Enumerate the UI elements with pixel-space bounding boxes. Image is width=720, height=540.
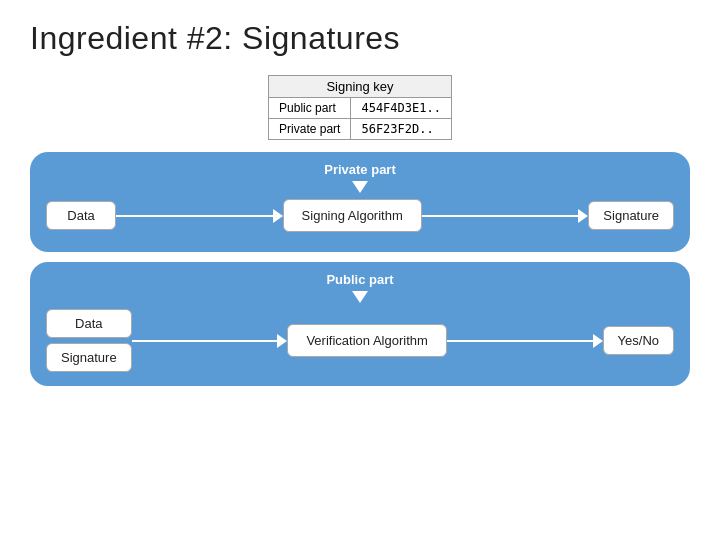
verification-row: Data Signature Verification Algorithm Ye… (46, 309, 674, 372)
arrow-line (422, 215, 579, 217)
public-part-value: 454F4D3E1.. (351, 98, 451, 119)
signing-key-table: Signing key Public part 454F4D3E1.. Priv… (268, 75, 452, 140)
verification-section: Public part Data Signature Verification … (30, 262, 690, 386)
verification-arrow-right (132, 334, 288, 348)
arrow-head (593, 334, 603, 348)
signing-algorithm: Signing Algorithm (283, 199, 422, 232)
signing-arrow-right (116, 209, 283, 223)
signing-input: Data (46, 201, 116, 230)
table-row: Public part 454F4D3E1.. (269, 98, 452, 119)
page-title: Ingredient #2: Signatures (30, 20, 690, 57)
public-part-label: Public part (269, 98, 351, 119)
arrow-head (277, 334, 287, 348)
signing-output: Signature (588, 201, 674, 230)
signing-section-label: Private part (46, 162, 674, 177)
arrow-line (447, 340, 593, 342)
verification-section-label: Public part (46, 272, 674, 287)
signing-row: Data Signing Algorithm Signature (46, 199, 674, 232)
signing-arrow-down (46, 181, 674, 193)
arrow-line (132, 340, 278, 342)
arrow-head (273, 209, 283, 223)
private-part-value: 56F23F2D.. (351, 119, 451, 140)
page: Ingredient #2: Signatures Signing key Pu… (0, 0, 720, 540)
verification-inputs: Data Signature (46, 309, 132, 372)
signing-arrow-right-2 (422, 209, 589, 223)
verification-input-data: Data (46, 309, 132, 338)
table-header: Signing key (269, 76, 452, 98)
arrow-head (578, 209, 588, 223)
verification-arrow-right-2 (447, 334, 603, 348)
table-row: Private part 56F23F2D.. (269, 119, 452, 140)
table-header-row: Signing key (269, 76, 452, 98)
verification-arrow-down (46, 291, 674, 303)
arrow-line (116, 215, 273, 217)
verification-algorithm: Verification Algorithm (287, 324, 446, 357)
verification-output: Yes/No (603, 326, 674, 355)
signing-key-container: Signing key Public part 454F4D3E1.. Priv… (30, 75, 690, 140)
signing-section: Private part Data Signing Algorithm Sign… (30, 152, 690, 252)
private-part-label: Private part (269, 119, 351, 140)
verification-input-signature: Signature (46, 343, 132, 372)
